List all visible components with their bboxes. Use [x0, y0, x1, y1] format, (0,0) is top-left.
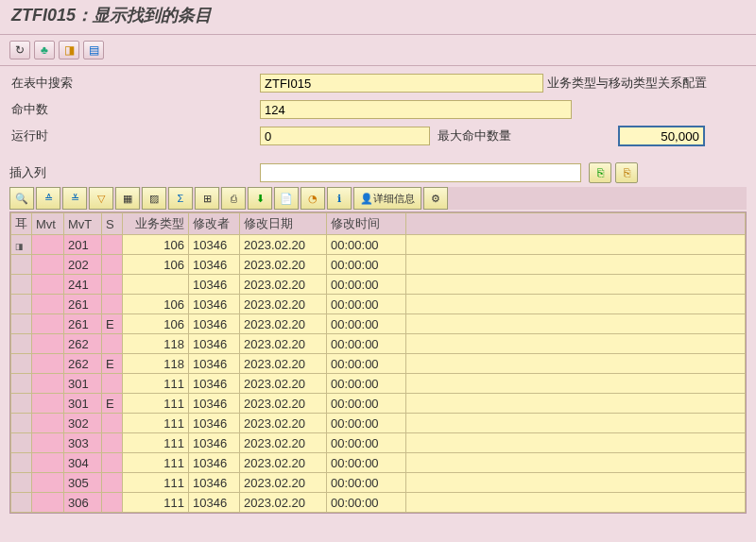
print-icon[interactable]: ⎙ [221, 187, 246, 210]
row-selector[interactable] [11, 374, 32, 394]
insert-copy-icon[interactable]: ⎘ [615, 162, 638, 183]
cell-time: 00:00:00 [327, 295, 406, 314]
insert-label: 插入列 [9, 164, 260, 181]
row-selector[interactable] [11, 414, 32, 433]
col-mvt2[interactable]: MvT [64, 213, 102, 235]
cell-mvt2: 261 [64, 295, 102, 314]
table-row[interactable]: 306111103462023.02.2000:00:00 [11, 493, 746, 513]
table-row[interactable]: 241103462023.02.2000:00:00 [11, 275, 746, 295]
cell-btype: 106 [123, 255, 189, 275]
row-selector[interactable] [11, 295, 32, 314]
cell-user: 10346 [189, 235, 240, 255]
settings-icon[interactable]: ⚙ [423, 187, 448, 210]
cell-time: 00:00:00 [327, 334, 406, 354]
table-row[interactable]: 304111103462023.02.2000:00:00 [11, 453, 746, 473]
cell-time: 00:00:00 [327, 275, 406, 295]
data-grid: ⽿ Mvt MvT S 业务类型 修改者 修改日期 修改时间 ◨20110610… [9, 212, 747, 514]
row-selector[interactable] [11, 493, 32, 513]
table-row[interactable]: 301111103462023.02.2000:00:00 [11, 374, 746, 394]
row-selector[interactable] [11, 453, 32, 473]
table-row[interactable]: ◨201106103462023.02.2000:00:00 [11, 235, 746, 255]
insert-add-icon[interactable]: ⎘ [589, 162, 611, 183]
table-row[interactable]: 301E111103462023.02.2000:00:00 [11, 394, 746, 414]
cell-mvt1 [32, 334, 64, 354]
cell-mvt2: 306 [64, 493, 102, 513]
cell-date: 2023.02.20 [240, 473, 327, 493]
cell-mvt1 [32, 414, 64, 433]
filter-icon[interactable]: ▽ [89, 187, 113, 210]
col-time[interactable]: 修改时间 [327, 213, 406, 235]
cell-time: 00:00:00 [327, 354, 406, 374]
cell-date: 2023.02.20 [240, 493, 327, 513]
cell-time: 00:00:00 [327, 394, 406, 414]
max-hits-input[interactable] [619, 127, 704, 145]
cell-rest [406, 354, 746, 374]
col-date[interactable]: 修改日期 [240, 213, 327, 235]
detail-label: 详细信息 [373, 192, 415, 206]
cell-mvt1 [32, 394, 64, 414]
table-row[interactable]: 262E118103462023.02.2000:00:00 [11, 354, 746, 374]
cell-rest [406, 295, 746, 314]
cell-date: 2023.02.20 [240, 295, 327, 314]
table-row[interactable]: 261E106103462023.02.2000:00:00 [11, 314, 746, 334]
cell-btype: 118 [123, 354, 189, 374]
row-selector[interactable] [11, 275, 32, 295]
table-row[interactable]: 262118103462023.02.2000:00:00 [11, 334, 746, 354]
hits-value [260, 100, 572, 119]
find-icon[interactable]: 🔍 [9, 187, 34, 210]
search-label: 在表中搜索 [9, 72, 260, 94]
row-selector[interactable] [11, 394, 32, 414]
cell-rest [406, 394, 746, 414]
cell-s [102, 275, 123, 295]
subtotal-icon[interactable]: ⊞ [195, 187, 219, 210]
sum-icon[interactable]: Σ [168, 187, 193, 210]
cell-btype: 111 [123, 414, 189, 433]
table-row[interactable]: 202106103462023.02.2000:00:00 [11, 255, 746, 275]
top-toolbar: ↻ ♣ ◨ ▤ [0, 35, 756, 66]
export-file-icon[interactable]: 📄 [274, 187, 299, 210]
row-selector[interactable] [11, 334, 32, 354]
row-selector[interactable] [11, 354, 32, 374]
cell-date: 2023.02.20 [240, 394, 327, 414]
insert-input[interactable] [260, 163, 581, 182]
cell-user: 10346 [189, 493, 240, 513]
row-selector[interactable] [11, 433, 32, 453]
col-mvt1[interactable]: Mvt [32, 213, 64, 235]
cell-time: 00:00:00 [327, 235, 406, 255]
runtime-value [260, 127, 430, 145]
cell-mvt1 [32, 453, 64, 473]
search-input[interactable] [260, 74, 543, 93]
col-selector[interactable]: ⽿ [11, 213, 32, 235]
row-selector[interactable] [11, 473, 32, 493]
info-icon[interactable]: ℹ [327, 187, 352, 210]
sort-desc-icon[interactable]: ≚ [62, 187, 87, 210]
refresh-icon[interactable]: ↻ [9, 41, 30, 59]
cell-user: 10346 [189, 314, 240, 334]
cell-mvt2: 303 [64, 433, 102, 453]
layout-icon[interactable]: ◨ [59, 41, 79, 59]
export-excel-icon[interactable]: ⬇ [248, 187, 272, 210]
row-selector[interactable] [11, 255, 32, 275]
cell-date: 2023.02.20 [240, 255, 327, 275]
sort-asc-icon[interactable]: ≙ [36, 187, 60, 210]
row-selector[interactable] [11, 314, 32, 334]
cell-mvt1 [32, 295, 64, 314]
col-s[interactable]: S [102, 213, 123, 235]
table-row[interactable]: 302111103462023.02.2000:00:00 [11, 414, 746, 433]
col-btype[interactable]: 业务类型 [123, 213, 189, 235]
row-selector[interactable]: ◨ [11, 235, 32, 255]
table-row[interactable]: 261106103462023.02.2000:00:00 [11, 295, 746, 314]
table-row[interactable]: 305111103462023.02.2000:00:00 [11, 473, 746, 493]
tree-icon[interactable]: ♣ [34, 41, 55, 59]
cell-s [102, 493, 123, 513]
export-icon[interactable]: ▤ [83, 41, 104, 59]
layout-change-icon[interactable]: ▨ [142, 187, 166, 210]
detail-button[interactable]: 👤详细信息 [353, 187, 421, 210]
chart-icon[interactable]: ◔ [301, 187, 325, 210]
layout-save-icon[interactable]: ▦ [115, 187, 140, 210]
cell-mvt2: 262 [64, 334, 102, 354]
grid-toolbar: 🔍 ≙ ≚ ▽ ▦ ▨ Σ ⊞ ⎙ ⬇ 📄 ◔ ℹ 👤详细信息 ⚙ [9, 187, 747, 210]
col-user[interactable]: 修改者 [189, 213, 240, 235]
table-row[interactable]: 303111103462023.02.2000:00:00 [11, 433, 746, 453]
cell-mvt2: 301 [64, 394, 102, 414]
